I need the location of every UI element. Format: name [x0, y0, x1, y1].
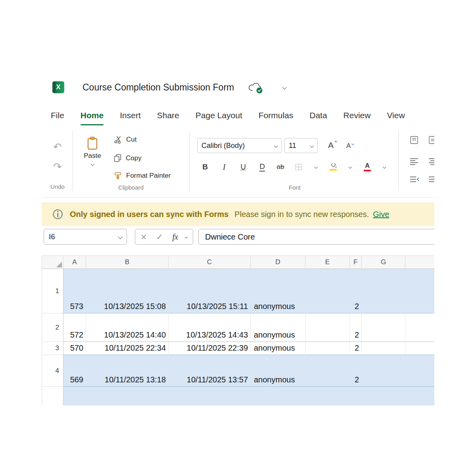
- strikethrough-button[interactable]: ab: [274, 160, 287, 174]
- increase-font-size-button[interactable]: A: [328, 140, 337, 150]
- tab-view[interactable]: View: [387, 105, 405, 126]
- vertical-align-middle-icon[interactable]: [428, 136, 434, 144]
- fill-color-chevron-icon[interactable]: [347, 160, 353, 174]
- row-header-3[interactable]: 3: [42, 342, 63, 355]
- fx-chevron-icon[interactable]: [185, 235, 188, 238]
- title-chevron-down-icon[interactable]: [282, 85, 286, 89]
- document-title[interactable]: Course Completion Submission Form: [83, 82, 234, 93]
- cell-d5[interactable]: [251, 387, 305, 405]
- decrease-font-size-button[interactable]: A: [346, 142, 354, 150]
- column-header-h[interactable]: H: [405, 256, 434, 269]
- format-painter-button[interactable]: Format Painter: [114, 172, 171, 180]
- font-color-button[interactable]: A: [362, 160, 372, 174]
- cell-d3[interactable]: anonymous: [251, 342, 305, 355]
- column-header-c[interactable]: C: [169, 256, 251, 269]
- cell-h3[interactable]: [405, 342, 434, 355]
- column-header-e[interactable]: E: [305, 256, 350, 269]
- cell-f3[interactable]: 2: [350, 342, 362, 355]
- font-name-select[interactable]: Calibri (Body): [197, 138, 282, 153]
- underline-button[interactable]: U: [238, 160, 248, 174]
- cell-e2[interactable]: [305, 313, 350, 342]
- row-header-5[interactable]: [42, 387, 63, 405]
- cell-b4[interactable]: 10/11/2025 13:18: [86, 355, 169, 387]
- cloud-saved-icon[interactable]: [248, 82, 264, 94]
- paste-button[interactable]: Paste: [80, 136, 105, 165]
- cell-d2[interactable]: anonymous: [251, 313, 305, 342]
- cell-d4[interactable]: anonymous: [251, 355, 305, 387]
- vertical-align-top-icon[interactable]: [410, 136, 418, 144]
- tab-data[interactable]: Data: [309, 105, 327, 126]
- cell-f2[interactable]: 2: [350, 313, 362, 342]
- fill-color-button[interactable]: [328, 160, 338, 174]
- align-left-icon[interactable]: [410, 158, 418, 165]
- cell-g5[interactable]: [362, 387, 405, 405]
- row-header-4[interactable]: 4: [42, 355, 63, 387]
- row-header-1[interactable]: 1: [42, 269, 63, 313]
- notification-link[interactable]: Give: [373, 210, 389, 219]
- column-header-d[interactable]: D: [251, 256, 305, 269]
- cell-h5[interactable]: [405, 387, 434, 405]
- column-header-f[interactable]: F: [350, 256, 362, 269]
- cut-button[interactable]: Cut: [114, 136, 136, 144]
- select-all-corner[interactable]: [42, 256, 63, 269]
- cell-c4[interactable]: 10/11/2025 13:57: [169, 355, 251, 387]
- cell-a3[interactable]: 570: [63, 342, 86, 355]
- column-header-g[interactable]: G: [362, 256, 405, 269]
- tab-review[interactable]: Review: [344, 105, 371, 126]
- font-size-select[interactable]: 11: [284, 138, 318, 153]
- cell-h1[interactable]: [405, 269, 434, 313]
- cell-h2[interactable]: [405, 313, 434, 342]
- cell-e3[interactable]: [305, 342, 350, 355]
- insert-function-icon[interactable]: fx: [173, 232, 178, 242]
- cell-e1[interactable]: [305, 269, 350, 313]
- cell-b3[interactable]: 10/11/2025 22:34: [86, 342, 169, 355]
- cell-c3[interactable]: 10/11/2025 22:39: [169, 342, 251, 355]
- cell-g4[interactable]: [362, 355, 405, 387]
- cell-f4[interactable]: 2: [350, 355, 362, 387]
- borders-chevron-icon[interactable]: [313, 160, 319, 174]
- redo-icon[interactable]: ↷: [50, 159, 65, 174]
- column-header-a[interactable]: A: [63, 256, 86, 269]
- align-center-icon[interactable]: [428, 158, 434, 165]
- cell-e4[interactable]: [305, 355, 350, 387]
- tab-formulas[interactable]: Formulas: [259, 105, 294, 126]
- cell-h4[interactable]: [405, 355, 434, 387]
- enter-icon[interactable]: ✓: [156, 232, 163, 242]
- cell-g3[interactable]: [362, 342, 405, 355]
- cancel-icon[interactable]: ×: [141, 232, 147, 242]
- cell-c1[interactable]: 10/13/2025 15:11: [169, 269, 251, 313]
- row-header-2[interactable]: 2: [42, 313, 63, 342]
- bold-button[interactable]: B: [200, 160, 210, 174]
- decrease-indent-icon[interactable]: [410, 176, 419, 183]
- cell-g2[interactable]: [362, 313, 405, 342]
- excel-logo-icon[interactable]: X: [52, 81, 64, 93]
- cell-f1[interactable]: 2: [350, 269, 362, 313]
- cell-b5[interactable]: [86, 387, 169, 405]
- copy-button[interactable]: Copy: [114, 154, 142, 162]
- tab-insert[interactable]: Insert: [120, 105, 141, 126]
- italic-button[interactable]: I: [219, 160, 229, 174]
- cell-b2[interactable]: 10/13/2025 14:40: [86, 313, 169, 342]
- undo-icon[interactable]: ↶: [50, 140, 65, 154]
- font-color-chevron-icon[interactable]: [381, 160, 388, 174]
- cell-a4[interactable]: 569: [63, 355, 86, 387]
- name-box[interactable]: I6: [44, 229, 127, 245]
- borders-button[interactable]: [294, 160, 303, 174]
- cell-c2[interactable]: 10/13/2025 14:43: [169, 313, 251, 342]
- cell-d1[interactable]: anonymous: [251, 269, 305, 313]
- cell-b1[interactable]: 10/13/2025 15:08: [86, 269, 169, 313]
- cell-e5[interactable]: [305, 387, 350, 405]
- cell-g1[interactable]: [362, 269, 405, 313]
- tab-home[interactable]: Home: [81, 105, 104, 126]
- increase-indent-icon[interactable]: [428, 176, 434, 183]
- cell-c5[interactable]: [169, 387, 251, 405]
- column-header-b[interactable]: B: [86, 256, 169, 269]
- formula-input[interactable]: Dwniece Core: [198, 229, 434, 245]
- cell-a1[interactable]: 573: [63, 269, 86, 313]
- double-underline-button[interactable]: D: [257, 160, 267, 174]
- cell-a5[interactable]: [63, 387, 86, 405]
- cell-a2[interactable]: 572: [63, 313, 86, 342]
- tab-page-layout[interactable]: Page Layout: [196, 105, 242, 126]
- tab-share[interactable]: Share: [157, 105, 179, 126]
- cell-f5[interactable]: [350, 387, 362, 405]
